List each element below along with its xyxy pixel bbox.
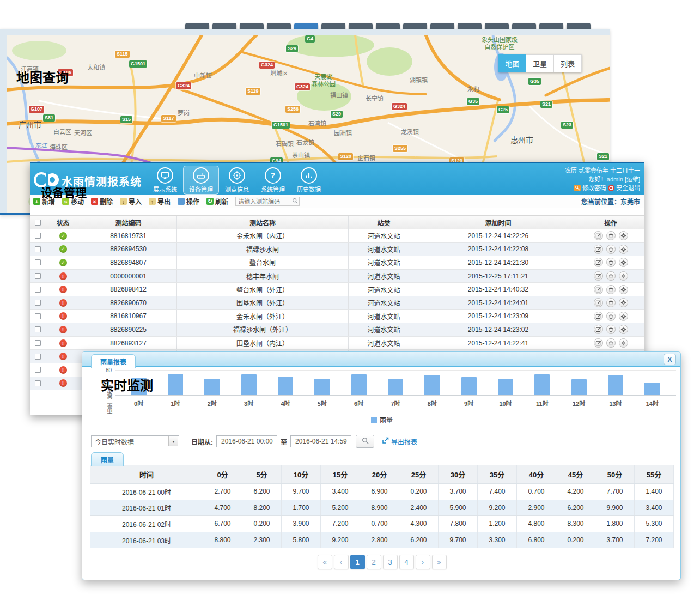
date-to-input[interactable] — [290, 435, 351, 447]
edit-button[interactable] — [594, 271, 603, 281]
toolbar-delete-button[interactable]: ×删除 — [91, 197, 113, 206]
page-button-1[interactable]: 1 — [350, 555, 365, 569]
nav-item-历史数据[interactable]: 历史数据 — [291, 166, 327, 195]
lunar-date: 农历 贰零壹伍年 十二月十一 — [565, 166, 640, 175]
row-checkbox[interactable] — [35, 340, 41, 346]
select-all-checkbox[interactable] — [35, 220, 41, 226]
cell-time: 2015-12-24 14:40:32 — [419, 283, 577, 296]
close-icon[interactable]: X — [664, 354, 676, 365]
header-select-all — [30, 216, 46, 229]
cell-value: 4.800 — [517, 516, 556, 532]
pager-arrow-button[interactable]: ‹ — [334, 555, 349, 569]
settings-button[interactable] — [619, 258, 628, 267]
actions-cell — [577, 243, 644, 256]
edit-button[interactable] — [594, 312, 603, 321]
settings-button[interactable] — [619, 271, 628, 281]
tab-rainfall-report[interactable]: 雨量报表 — [91, 354, 136, 368]
settings-button[interactable] — [619, 338, 628, 348]
table-row: !8826890670围垦水闸（外江）河道水文站2015-12-24 14:24… — [30, 296, 644, 310]
settings-button[interactable] — [619, 285, 628, 294]
settings-button[interactable] — [619, 312, 628, 321]
row-checkbox[interactable] — [35, 233, 41, 239]
toolbar-refresh-button[interactable]: ↻刷新 — [206, 197, 228, 206]
delete-button[interactable] — [606, 325, 616, 334]
toolbar-operate-button[interactable]: ≡操作 — [178, 197, 199, 206]
page-button-4[interactable]: 4 — [399, 555, 414, 569]
delete-button[interactable] — [606, 231, 616, 240]
road-badge: S21 — [540, 101, 552, 108]
delete-button[interactable] — [606, 285, 616, 294]
edit-button[interactable] — [594, 338, 603, 348]
map-label-city: 惠州市 — [510, 137, 533, 144]
logout-link[interactable]: 安全退出 — [616, 185, 640, 191]
delete-button[interactable] — [606, 338, 616, 348]
row-checkbox[interactable] — [35, 300, 41, 306]
edit-button[interactable] — [594, 245, 603, 254]
row-checkbox[interactable] — [35, 259, 41, 265]
cell-time: 2015-12-24 14:21:30 — [419, 256, 577, 269]
nav-item-设备管理[interactable]: 设备管理 — [183, 166, 219, 195]
cell-time: 2015-12-24 14:23:02 — [419, 323, 577, 336]
settings-button[interactable] — [619, 325, 628, 334]
delete-button[interactable] — [606, 245, 616, 254]
cell-value: 7.200 — [635, 532, 674, 548]
map-control-button[interactable]: 卫星 — [526, 54, 554, 72]
rainfall-bar-chart: 雨量（毫米） 80 0 0时1时2时3时4时5时6时7时8时9时10时11时12… — [82, 367, 681, 441]
road-badge: G107 — [29, 106, 44, 113]
page-button-2[interactable]: 2 — [367, 555, 381, 569]
delete-button[interactable] — [606, 258, 616, 267]
road-badge: G35 — [528, 78, 541, 85]
page-button-3[interactable]: 3 — [383, 555, 398, 569]
delete-button[interactable] — [606, 271, 616, 281]
date-from-input[interactable] — [216, 435, 277, 447]
minute-column-header: 5分 — [242, 465, 282, 483]
edit-button[interactable] — [594, 231, 603, 240]
legend-label-rainfall: 雨量 — [380, 415, 393, 424]
map-label-town: 太和镇 — [87, 64, 105, 71]
data-mode-select[interactable]: 今日实时数据 ▼ — [91, 435, 179, 447]
row-checkbox[interactable] — [35, 367, 41, 373]
cell-code: 8826894807 — [80, 256, 177, 269]
row-checkbox[interactable] — [35, 273, 41, 279]
toolbar-export-button[interactable]: ↑导出 — [149, 197, 171, 206]
x-tick-label: 8时 — [414, 399, 450, 408]
actions-cell — [577, 296, 644, 309]
chart-search-button[interactable] — [356, 435, 374, 448]
delete-button[interactable] — [606, 312, 616, 321]
export-icon: ↑ — [149, 198, 156, 205]
pager-arrow-button[interactable]: › — [416, 555, 430, 569]
settings-button[interactable] — [619, 298, 628, 307]
map-control-button[interactable]: 列表 — [554, 54, 582, 72]
row-checkbox[interactable] — [35, 246, 41, 252]
tab-rainfall[interactable]: 雨量 — [91, 452, 124, 466]
delete-button[interactable] — [606, 298, 616, 307]
map-control-active[interactable]: 地图 — [498, 54, 526, 72]
filter-bar: 今日实时数据 ▼ 日期从: 至 导出报表 — [91, 435, 417, 448]
export-report-link[interactable]: 导出报表 — [382, 437, 417, 446]
edit-button[interactable] — [594, 298, 603, 307]
nav-item-系统管理[interactable]: ?系统管理 — [255, 166, 291, 195]
cell-value: 7.400 — [478, 484, 517, 500]
nav-item-测点信息[interactable]: 测点信息 — [219, 166, 255, 195]
column-header: 添加时间 — [419, 216, 577, 229]
row-checkbox[interactable] — [35, 326, 41, 332]
row-checkbox[interactable] — [35, 313, 41, 319]
row-checkbox[interactable] — [35, 354, 41, 360]
row-checkbox[interactable] — [35, 287, 41, 293]
row-checkbox[interactable] — [35, 380, 41, 386]
station-search-input[interactable] — [235, 197, 300, 206]
nav-item-展示系统[interactable]: 展示系统 — [147, 166, 183, 195]
bar-1时 — [168, 374, 183, 395]
settings-button[interactable] — [619, 231, 628, 240]
cell-value: 3.700 — [439, 484, 478, 500]
minute-table-row: 2016-06-21 01时4.7008.2001.7005.2008.9002… — [90, 500, 674, 517]
edit-button[interactable] — [594, 325, 603, 334]
settings-button[interactable] — [619, 245, 628, 254]
pager-arrow-button[interactable]: « — [318, 555, 332, 569]
pager-arrow-button[interactable]: » — [432, 555, 447, 569]
toolbar-import-button[interactable]: ↓导入 — [120, 197, 142, 206]
cell-code: 0000000001 — [80, 270, 177, 283]
edit-button[interactable] — [594, 258, 603, 267]
change-password-link[interactable]: 修改密码 — [582, 185, 606, 191]
edit-button[interactable] — [594, 285, 603, 294]
